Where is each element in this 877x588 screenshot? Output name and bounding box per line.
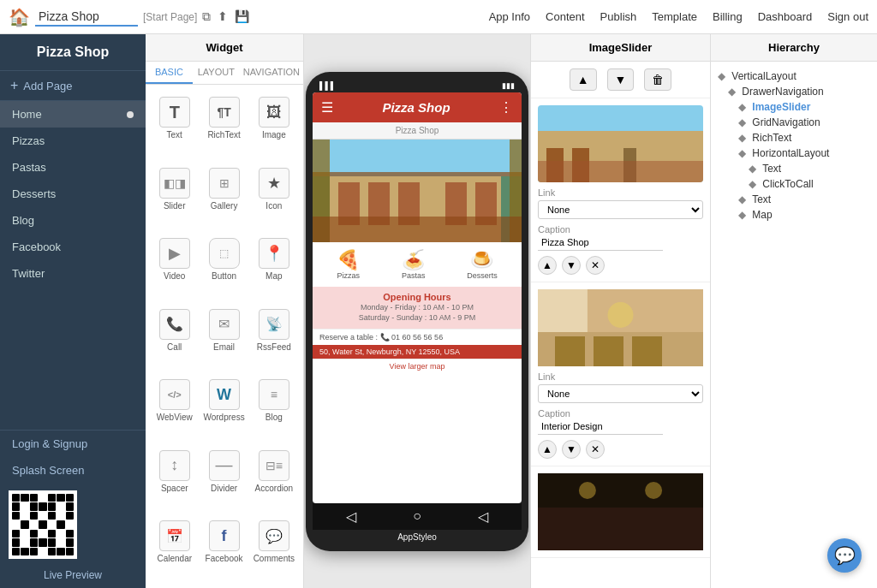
widget-facebook[interactable]: f Facebook	[200, 514, 248, 583]
sidebar-item-login-signup[interactable]: Login & Signup	[0, 431, 146, 457]
image-slider-panel: ImageSlider ▲ ▼ 🗑 Link None	[530, 34, 710, 588]
sidebar-page-label: Twitter	[12, 267, 45, 280]
tree-label[interactable]: DrawerNavigation	[742, 86, 823, 98]
widget-divider[interactable]: — Divider	[200, 443, 248, 513]
tree-label[interactable]: Map	[752, 209, 772, 221]
nav-publish[interactable]: Publish	[600, 10, 637, 23]
slider-link-select-2[interactable]: None	[538, 384, 703, 403]
widget-video[interactable]: ▶ Video	[151, 231, 198, 300]
page-title-input[interactable]	[35, 8, 138, 27]
tree-label[interactable]: RichText	[752, 132, 791, 144]
slider-up-btn-2[interactable]: ▲	[538, 440, 557, 459]
widget-gallery[interactable]: ⊞ Gallery	[200, 161, 248, 230]
move-down-button[interactable]: ▼	[607, 68, 635, 91]
nav-app-info[interactable]: App Info	[489, 10, 530, 23]
sidebar-item-pizzas[interactable]: Pizzas	[0, 128, 146, 154]
qr-code	[9, 490, 77, 559]
tree-item-imageSlider: ◆ ImageSlider	[718, 99, 870, 115]
phone-top-bar: ☰ Pizza Shop ⋮	[313, 92, 522, 122]
widget-slider[interactable]: ◧◨ Slider	[151, 161, 198, 230]
slider-down-btn-1[interactable]: ▼	[562, 256, 581, 275]
sidebar-item-desserts[interactable]: Desserts	[0, 181, 146, 207]
slider-up-btn-1[interactable]: ▲	[538, 256, 557, 275]
add-page-button[interactable]: + Add Page	[0, 71, 146, 101]
widget-comments[interactable]: 💬 Comments	[250, 514, 298, 583]
svg-rect-1	[313, 140, 522, 174]
slider-caption-input-2[interactable]	[538, 419, 663, 435]
upload-icon[interactable]: ⬆	[218, 9, 228, 24]
tree-bullet: ◆	[728, 86, 736, 98]
slider-caption-input-1[interactable]	[538, 235, 663, 251]
copy-icon[interactable]: ⧉	[202, 9, 211, 24]
widget-text[interactable]: T Text	[151, 90, 198, 159]
sidebar-item-home[interactable]: Home	[0, 101, 146, 128]
sidebar-item-splash-screen[interactable]: Splash Screen	[0, 457, 146, 484]
add-page-label: Add Page	[23, 80, 72, 92]
tree-label-active[interactable]: ImageSlider	[752, 101, 810, 113]
tree-label[interactable]: Text	[762, 163, 781, 175]
widget-rssfeed[interactable]: 📡 RssFeed	[250, 302, 298, 371]
tree-label[interactable]: VerticalLayout	[731, 70, 796, 82]
move-up-button[interactable]: ▲	[570, 68, 597, 91]
svg-rect-17	[538, 161, 703, 182]
sidebar-page-label: Blog	[12, 214, 34, 227]
widget-image[interactable]: 🖼 Image	[250, 90, 298, 159]
widget-grid: T Text ¶T RichText 🖼 Image ◧◨ Slider ⊞ G…	[146, 85, 303, 588]
widget-rssfeed-label: RssFeed	[257, 342, 291, 352]
phone-number: 01 60 56 56 56	[391, 333, 443, 342]
save-icon[interactable]: 💾	[235, 9, 249, 24]
phone-hero-image	[313, 140, 522, 242]
tree-item-drawerNavigation: ◆ DrawerNavigation	[718, 84, 870, 99]
widget-icon[interactable]: ★ Icon	[250, 161, 298, 230]
slider-delete-btn-1[interactable]: ✕	[586, 256, 605, 275]
widget-slider-label: Slider	[164, 201, 186, 211]
widget-email[interactable]: ✉ Email	[200, 302, 248, 371]
widget-tab-navigation[interactable]: NAVIGATION	[240, 62, 303, 84]
widget-richtext[interactable]: ¶T RichText	[200, 90, 248, 159]
main-layout: Pizza Shop + Add Page Home Pizzas Pastas…	[0, 34, 877, 588]
slider-delete-btn-2[interactable]: ✕	[586, 440, 605, 459]
tree-item-horizontalLayout: ◆ HorizontalLayout	[718, 146, 870, 161]
preview-area: ▌▌▌ ▮▮▮ ☰ Pizza Shop ⋮ Pizza Shop	[304, 34, 530, 588]
nav-billing[interactable]: Billing	[713, 10, 743, 23]
tree-label[interactable]: HorizontalLayout	[752, 147, 829, 159]
widget-spacer[interactable]: ↕ Spacer	[151, 443, 198, 513]
tree-item-text-1: ◆ Text	[718, 161, 870, 176]
chat-bubble-button[interactable]: 💬	[827, 538, 862, 573]
slider-down-btn-2[interactable]: ▼	[562, 440, 581, 459]
nav-template[interactable]: Template	[652, 10, 697, 23]
widget-facebook-icon: f	[209, 520, 240, 551]
page-actions: ⧉ ⬆ 💾	[202, 9, 249, 24]
widget-richtext-label: RichText	[207, 130, 240, 140]
slider-link-select-1[interactable]: None	[538, 200, 703, 219]
widget-wordpress[interactable]: W Wordpress	[200, 372, 248, 442]
tree-label[interactable]: GridNavigation	[752, 116, 820, 128]
sidebar-item-facebook[interactable]: Facebook	[0, 234, 146, 260]
widget-map[interactable]: 📍 Map	[250, 231, 298, 300]
widget-call[interactable]: 📞 Call	[151, 302, 198, 371]
widget-blog[interactable]: ≡ Blog	[250, 372, 298, 442]
category-pizzas-label: Pizzas	[337, 271, 361, 280]
delete-button[interactable]: 🗑	[644, 68, 671, 91]
nav-signout[interactable]: Sign out	[827, 10, 868, 23]
widget-tab-layout[interactable]: LAYOUT	[193, 62, 240, 84]
widget-calendar-label: Calendar	[157, 554, 192, 563]
tree-label[interactable]: ClickToCall	[762, 178, 813, 190]
tree-item-map: ◆ Map	[718, 207, 870, 223]
tree-bullet: ◆	[749, 163, 756, 175]
sidebar-item-blog[interactable]: Blog	[0, 207, 146, 234]
widget-tab-basic[interactable]: BASIC	[146, 62, 193, 84]
widget-webview[interactable]: </> WebView	[151, 372, 198, 442]
sidebar-item-twitter[interactable]: Twitter	[0, 260, 146, 287]
widget-gallery-label: Gallery	[211, 201, 238, 211]
widget-call-label: Call	[167, 342, 182, 352]
nav-dashboard[interactable]: Dashboard	[758, 10, 813, 23]
widget-button[interactable]: ⬚ Button	[200, 231, 248, 300]
tree-label[interactable]: Text	[752, 193, 771, 205]
widget-calendar[interactable]: 📅 Calendar	[151, 514, 198, 583]
svg-rect-26	[538, 508, 703, 550]
sidebar-item-pastas[interactable]: Pastas	[0, 154, 146, 181]
tree-item-richText: ◆ RichText	[718, 130, 870, 146]
nav-content[interactable]: Content	[546, 10, 585, 23]
widget-accordion[interactable]: ⊟≡ Accordion	[250, 443, 298, 513]
